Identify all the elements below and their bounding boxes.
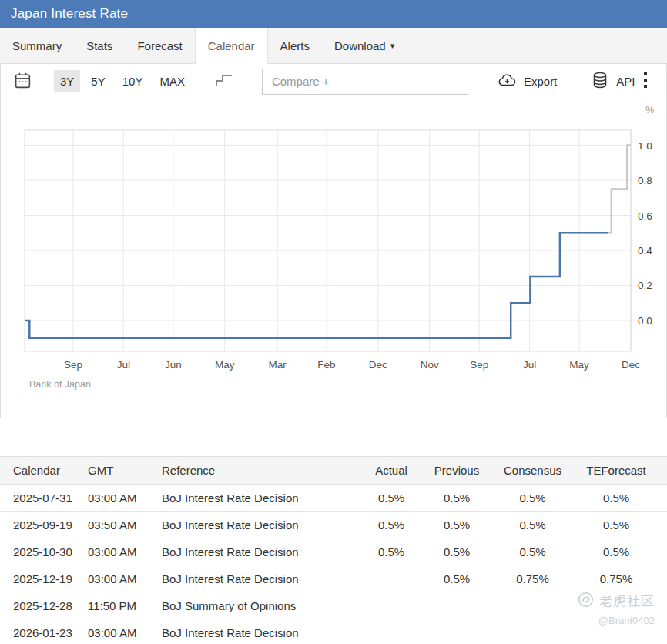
export-label: Export [524, 75, 557, 88]
cell: 0.5% [421, 512, 492, 538]
cell: 2025-12-28 [0, 592, 88, 619]
api-button[interactable]: API [589, 69, 636, 93]
cell: 2026-01-23 [0, 619, 88, 644]
tab-stats[interactable]: Stats [74, 28, 125, 63]
kebab-menu-icon [643, 72, 648, 91]
cell: BoJ Summary of Opinions [162, 592, 361, 619]
calendar-table: CalendarGMTReferenceActualPreviousConsen… [0, 456, 667, 644]
cell: 03:50 AM [88, 512, 162, 538]
tab-label: Alerts [280, 39, 310, 52]
x-axis-tick-label: Dec [369, 359, 387, 371]
range-button-5y[interactable]: 5Y [85, 70, 111, 92]
step-chart-type-button[interactable] [211, 69, 237, 93]
cell: 2025-09-19 [0, 512, 88, 538]
page: Japan Interest Rate SummaryStatsForecast… [0, 0, 667, 644]
cell [361, 565, 421, 592]
cell: 03:00 AM [88, 565, 162, 592]
x-axis-tick-label: Nov [421, 359, 439, 371]
table-row: 2026-01-2303:00 AMBoJ Interest Rate Deci… [0, 619, 667, 644]
interest-rate-step-chart[interactable]: 0.00.20.40.60.81.0SepJulJunMayMarFebDecN… [1, 99, 666, 417]
y-axis-tick-label: 0.4 [638, 245, 652, 257]
cell: 0.5% [492, 485, 573, 512]
cell: 0.75% [573, 565, 667, 592]
x-axis-tick-label: May [215, 359, 235, 371]
x-axis-tick-label: Jul [523, 359, 536, 371]
table-row: 2025-07-3103:00 AMBoJ Interest Rate Deci… [0, 485, 667, 512]
cell: 0.5% [573, 538, 667, 565]
chart-area: 0.00.20.40.60.81.0SepJulJunMayMarFebDecN… [1, 99, 666, 417]
chart-options-menu-button[interactable] [642, 70, 649, 92]
x-axis-tick-label: Jul [117, 359, 130, 371]
y-axis-unit-label: % [645, 105, 654, 116]
y-axis-tick-label: 1.0 [638, 140, 652, 152]
table-row: 2025-12-2811:50 PMBoJ Summary of Opinion… [0, 592, 667, 619]
cell: 0.5% [421, 538, 492, 565]
tab-label: Stats [86, 39, 112, 52]
column-header-teforecast: TEForecast [573, 457, 667, 485]
chart-source-label: Bank of Japan [29, 379, 91, 390]
range-button-max[interactable]: MAX [153, 70, 191, 92]
range-selector: 3Y5Y10YMAX [54, 70, 191, 92]
cell: 03:00 AM [88, 619, 162, 644]
series-forecast [608, 146, 631, 233]
cell: BoJ Interest Rate Decision [162, 619, 361, 644]
y-axis-tick-label: 0.8 [638, 175, 652, 186]
compare-input[interactable] [262, 69, 468, 95]
calendar-table-body: 2025-07-3103:00 AMBoJ Interest Rate Deci… [0, 485, 667, 644]
cell: 2025-12-19 [0, 565, 88, 592]
cell: 0.5% [492, 538, 573, 565]
cell [573, 592, 667, 619]
tab-download[interactable]: Download▾ [322, 28, 407, 63]
database-icon [591, 71, 609, 92]
cell [421, 619, 492, 644]
calendar-table-section: CalendarGMTReferenceActualPreviousConsen… [0, 456, 667, 644]
cell: 03:00 AM [88, 538, 162, 565]
cell: 0.5% [573, 512, 667, 538]
chart-card: 3Y5Y10YMAX Ex [0, 64, 667, 418]
tab-summary[interactable]: Summary [0, 28, 74, 63]
tab-label: Summary [12, 39, 62, 52]
range-button-3y[interactable]: 3Y [54, 70, 80, 92]
cell: 0.5% [421, 485, 492, 512]
cell: BoJ Interest Rate Decision [162, 485, 361, 512]
range-button-10y[interactable]: 10Y [116, 70, 149, 92]
title-bar: Japan Interest Rate [0, 0, 667, 28]
cell: 0.5% [492, 512, 573, 538]
tab-calendar[interactable]: Calendar [195, 28, 268, 64]
table-row: 2025-12-1903:00 AMBoJ Interest Rate Deci… [0, 565, 667, 592]
cell: 0.5% [361, 538, 421, 565]
x-axis-tick-label: May [569, 359, 589, 371]
chart-toolbar: 3Y5Y10YMAX Ex [1, 64, 666, 99]
column-header-actual: Actual [361, 457, 421, 485]
x-axis-tick-label: Dec [622, 359, 640, 371]
cell [421, 592, 492, 619]
cell [492, 592, 573, 619]
compare-field-wrap [262, 69, 468, 95]
x-axis-tick-label: Feb [317, 359, 335, 371]
cell: 0.75% [492, 565, 573, 592]
cell: 03:00 AM [88, 485, 162, 512]
plot-border [25, 130, 631, 351]
cell: 0.5% [361, 485, 421, 512]
cell: 11:50 PM [88, 592, 162, 619]
column-header-previous: Previous [421, 457, 492, 485]
column-header-consensus: Consensus [492, 457, 573, 485]
tab-forecast[interactable]: Forecast [125, 28, 194, 63]
export-button[interactable]: Export [496, 70, 558, 92]
tab-alerts[interactable]: Alerts [268, 28, 322, 63]
x-axis-tick-label: Jun [165, 359, 182, 371]
table-row: 2025-09-1903:50 AMBoJ Interest Rate Deci… [0, 512, 667, 538]
y-axis-tick-label: 0.0 [638, 315, 652, 327]
cell: 0.5% [361, 512, 421, 538]
tab-bar: SummaryStatsForecastCalendarAlertsDownlo… [0, 28, 667, 64]
date-range-calendar-button[interactable] [12, 69, 34, 94]
y-axis-tick-label: 0.2 [638, 280, 652, 291]
column-header-gmt: GMT [88, 457, 162, 485]
cell: BoJ Interest Rate Decision [162, 565, 361, 592]
chevron-down-icon: ▾ [390, 41, 395, 51]
cell [492, 619, 573, 644]
tab-label: Calendar [208, 39, 255, 52]
tab-label: Download [334, 39, 386, 52]
y-axis-tick-label: 0.6 [638, 210, 652, 222]
cell [573, 619, 667, 644]
